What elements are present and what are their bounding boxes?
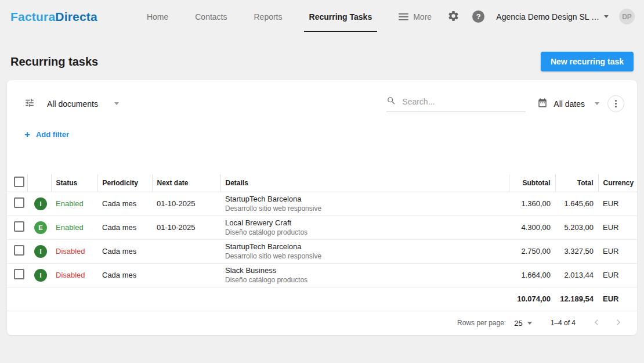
cell-periodicity: Cada mes [97, 192, 152, 215]
cell-status: Enabled [51, 215, 97, 239]
table-row[interactable]: I Disabled Cada mes Slack Business Diseñ… [7, 263, 637, 287]
chevron-down-icon [114, 102, 119, 105]
documents-filter-dropdown[interactable]: All documents [24, 98, 119, 110]
pagination-nav [588, 314, 627, 332]
cell-currency: EUR [598, 239, 637, 263]
account-name: Agencia Demo Design SL … [496, 12, 599, 21]
nav-item-reports[interactable]: Reports [240, 0, 295, 33]
nav-item-label: More [413, 12, 432, 21]
cell-status: Disabled [51, 263, 97, 287]
cell-periodicity: Cada mes [97, 239, 152, 263]
dates-filter-dropdown[interactable]: All dates [537, 98, 599, 110]
kebab-icon [615, 100, 617, 107]
filter-bar-right: All dates [386, 95, 624, 112]
cell-subtotal: 2.750,00 [509, 239, 555, 263]
row-checkbox[interactable] [14, 221, 24, 232]
calendar-icon [537, 98, 548, 110]
topbar-actions: ? Agencia Demo Design SL … DP [446, 9, 635, 25]
new-recurring-task-button[interactable]: New recurring task [541, 52, 634, 71]
row-avatar: I [34, 269, 47, 282]
row-checkbox[interactable] [14, 245, 24, 256]
add-filter-label: Add filter [36, 130, 69, 139]
cell-total: 5.203,00 [555, 215, 598, 239]
nav-item-label: Home [147, 12, 168, 21]
nav-item-contacts[interactable]: Contacts [182, 0, 240, 33]
row-checkbox[interactable] [14, 269, 24, 279]
table-header-row: Status Periodicity Next date Details Sub… [7, 174, 637, 192]
cell-status: Enabled [51, 192, 97, 215]
details-subtitle: Diseño catálogo productos [225, 275, 504, 285]
cell-next-date: 01-10-2025 [152, 192, 220, 215]
chevron-down-icon [604, 15, 609, 18]
totals-total: 12.189,54 [555, 287, 598, 311]
details-subtitle: Diseño catálogo productos [225, 228, 504, 237]
documents-filter-label: All documents [47, 99, 98, 109]
recurring-tasks-table: Status Periodicity Next date Details Sub… [7, 174, 637, 311]
rows-per-page-value: 25 [514, 319, 522, 328]
cell-currency: EUR [598, 263, 637, 287]
avatar[interactable]: DP [619, 9, 635, 24]
table-row[interactable]: I Enabled Cada mes 01-10-2025 StartupTec… [7, 192, 637, 215]
cell-periodicity: Cada mes [97, 263, 152, 287]
settings-button[interactable] [446, 9, 461, 25]
details-title: StartupTech Barcelona [225, 242, 504, 251]
help-icon: ? [472, 10, 484, 23]
nav-item-label: Recurring Tasks [309, 12, 372, 21]
cell-periodicity: Cada mes [97, 215, 152, 239]
chevron-left-icon [591, 317, 602, 330]
header-periodicity: Periodicity [97, 174, 152, 192]
chevron-down-icon [527, 322, 532, 325]
recurring-tasks-card: All documents All dates + Ad [7, 80, 637, 335]
totals-row: 10.074,00 12.189,54 EUR [7, 287, 637, 311]
previous-page-button[interactable] [588, 314, 605, 332]
nav-item-recurring-tasks[interactable]: Recurring Tasks [296, 0, 386, 33]
details-subtitle: Desarrollo sitio web responsive [225, 204, 504, 213]
rows-per-page-label: Rows per page: [457, 319, 506, 327]
header-next-date: Next date [152, 174, 220, 192]
cell-subtotal: 4.300,00 [509, 215, 555, 239]
filter-bar: All documents All dates [7, 80, 637, 112]
pagination-bar: Rows per page: 25 1–4 of 4 [7, 311, 637, 335]
help-button[interactable]: ? [471, 9, 486, 24]
next-page-button[interactable] [610, 314, 627, 332]
row-avatar: I [34, 197, 47, 210]
brand-logo[interactable]: FacturaDirecta [10, 10, 97, 24]
header-currency: Currency [598, 174, 637, 192]
table-row[interactable]: I Disabled Cada mes StartupTech Barcelon… [7, 239, 637, 263]
table-row[interactable]: E Enabled Cada mes 01-10-2025 Local Brew… [7, 215, 637, 239]
hamburger-icon [399, 13, 408, 20]
more-options-button[interactable] [607, 95, 624, 112]
cell-next-date: 01-10-2025 [152, 215, 220, 239]
search-box [386, 96, 526, 112]
row-avatar: E [34, 221, 47, 234]
cell-next-date [152, 263, 220, 287]
account-menu[interactable]: Agencia Demo Design SL … [496, 12, 609, 21]
nav-item-more[interactable]: More [385, 0, 445, 33]
search-icon [386, 96, 396, 108]
nav-item-home[interactable]: Home [133, 0, 182, 33]
nav-item-label: Reports [254, 12, 282, 21]
totals-currency: EUR [598, 287, 637, 311]
cell-details: Local Brewery Craft Diseño catálogo prod… [220, 215, 509, 239]
page-header: Recurring tasks New recurring task [0, 52, 644, 71]
select-all-checkbox[interactable] [14, 177, 24, 187]
gear-icon [447, 10, 460, 24]
header-avatar [27, 174, 51, 192]
brand-logo-part1: Factura [10, 10, 55, 23]
cell-status: Disabled [51, 239, 97, 263]
cell-details: StartupTech Barcelona Desarrollo sitio w… [220, 192, 509, 215]
page-title: Recurring tasks [10, 55, 98, 69]
dates-filter-label: All dates [553, 99, 585, 109]
cell-total: 1.645,60 [555, 192, 598, 215]
chevron-right-icon [613, 317, 624, 330]
cell-currency: EUR [598, 215, 637, 239]
brand-logo-part2: Directa [55, 10, 97, 23]
cell-details: StartupTech Barcelona Desarrollo sitio w… [220, 239, 509, 263]
search-input[interactable] [402, 97, 526, 106]
add-filter-button[interactable]: + Add filter [24, 130, 637, 139]
row-checkbox[interactable] [14, 197, 24, 208]
row-avatar: I [34, 245, 47, 258]
header-total: Total [555, 174, 598, 192]
tune-filter-icon [24, 98, 35, 110]
rows-per-page-select[interactable]: 25 [514, 319, 531, 328]
